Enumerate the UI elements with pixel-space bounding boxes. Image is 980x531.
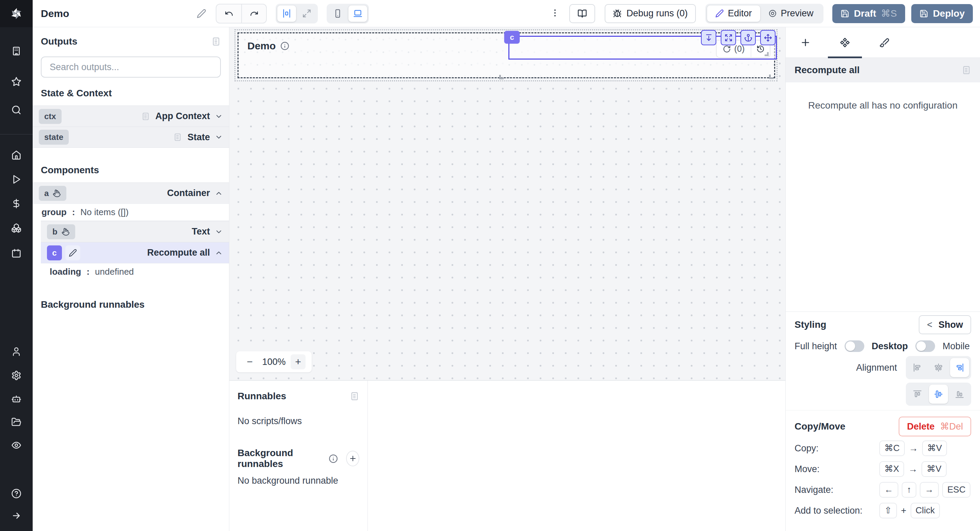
app-root: Demo Debug runs (0) [0,0,980,531]
sidebar-divider [0,134,33,134]
audit-eye-icon[interactable] [11,440,21,450]
state-output-row[interactable]: state State [33,127,229,148]
windmill-logo[interactable] [0,0,33,27]
add-background-runnable-button[interactable] [346,451,360,466]
background-runnables-title: Background runnables [41,299,145,310]
component-a-row[interactable]: a Container [33,182,229,204]
state-type-label: State [188,132,210,143]
move-icon[interactable] [760,30,775,45]
favorites-star-icon[interactable] [11,77,21,87]
delete-label: Delete [907,421,934,432]
editor-tab[interactable]: Editor [707,5,760,22]
component-b-badge: b [47,224,75,239]
schedules-calendar-icon[interactable] [11,248,21,258]
align-right-button[interactable] [950,358,969,377]
pencil-icon [715,9,724,18]
plus-icon [800,37,811,48]
zoom-out-button[interactable]: − [242,354,257,369]
component-settings-tab[interactable] [825,27,865,57]
component-c-tag[interactable]: c [504,31,520,43]
undo-button[interactable] [216,5,241,23]
mobile-view-button[interactable] [328,5,347,22]
workers-bot-icon[interactable] [11,394,21,404]
state-context-title: State & Context [41,88,111,98]
align-center-v-button[interactable] [929,384,948,404]
search-icon[interactable] [11,105,21,115]
fullscreen-canvas-button[interactable] [298,5,316,22]
app-canvas[interactable]: Demo c (0) [229,27,785,380]
component-doc-icon[interactable] [962,65,971,75]
align-left-button[interactable] [908,358,927,377]
chevron-up-icon[interactable] [215,189,223,198]
kbd-up: ↑ [902,482,916,497]
resources-boxes-icon[interactable] [11,223,21,233]
variables-dollar-icon[interactable] [11,198,21,209]
outputs-title: Outputs [41,36,77,47]
kbd-left: ← [879,482,898,497]
info-icon[interactable] [329,454,338,463]
settings-gear-icon[interactable] [11,370,21,381]
kbd-cmd-x: ⌘X [879,461,904,477]
zoom-level: 100% [260,357,288,367]
component-c-row-selected[interactable]: c Recompute all [41,242,229,263]
info-icon[interactable] [280,41,289,50]
redo-button[interactable] [241,5,266,23]
chevron-down-icon[interactable] [215,228,223,236]
preview-tab[interactable]: Preview [760,5,822,22]
insert-component-tab[interactable] [786,27,825,57]
show-styling-button[interactable]: < Show [919,315,971,334]
debug-runs-label: Debug runs (0) [627,8,688,19]
debug-runs-button[interactable]: Debug runs (0) [605,4,696,23]
chevron-down-icon[interactable] [215,133,223,141]
runs-play-icon[interactable] [11,174,21,185]
move-shortcut-row: Move: ⌘X → ⌘V [795,460,971,478]
ctx-output-row[interactable]: ctx App Context [33,105,229,127]
refresh-icon [723,45,731,53]
dock-arrow-down-icon[interactable] [701,30,716,45]
folders-icon[interactable] [11,417,21,427]
delete-button[interactable]: Delete ⌘Del [899,417,971,436]
expand-icon[interactable] [721,30,736,45]
resize-handle[interactable] [769,75,773,79]
more-options-kebab-icon[interactable] [550,8,560,19]
save-icon [840,9,850,18]
draft-save-button[interactable]: Draft ⌘S [832,4,905,23]
deploy-button[interactable]: Deploy [911,4,973,23]
help-icon[interactable] [11,488,21,499]
anchor-icon[interactable] [740,30,756,45]
outputs-doc-icon[interactable] [211,37,221,46]
desktop-view-button[interactable] [348,5,367,22]
runnables-doc-icon[interactable] [350,391,360,401]
full-height-toggle[interactable] [845,340,864,352]
collapse-arrow-icon[interactable] [11,510,21,521]
edit-pencil-icon[interactable] [65,246,80,260]
home-icon[interactable] [11,150,21,160]
component-b-type: Text [192,226,210,237]
deploy-label: Deploy [933,8,965,19]
component-settings-panel: Recompute all Recompute all has no confi… [785,27,980,531]
workspace-icon[interactable] [11,46,21,56]
desktop-label: Desktop [872,341,908,352]
align-center-h-button[interactable] [929,358,948,377]
component-b-row[interactable]: b Text [41,221,229,242]
app-title: Demo [41,8,69,19]
align-top-button[interactable] [908,384,927,404]
styling-title: Styling [795,319,826,330]
desktop-toggle[interactable] [915,340,935,352]
resize-handle[interactable] [499,75,504,79]
global-styling-tab[interactable] [865,27,904,57]
copy-move-title: Copy/Move [795,421,845,432]
user-icon[interactable] [11,346,21,357]
align-bottom-button[interactable] [950,384,969,404]
docs-book-button[interactable] [569,4,595,23]
zoom-in-button[interactable]: + [291,354,305,369]
ctx-doc-icon [141,112,150,121]
edit-title-pencil-icon[interactable] [197,9,206,18]
chevron-up-icon[interactable] [215,249,223,257]
chevron-down-icon[interactable] [215,112,223,121]
center-canvas-button[interactable] [277,5,296,22]
search-outputs-input[interactable] [41,56,221,78]
state-doc-icon [173,133,182,142]
kbd-right: → [920,482,939,497]
resize-corner[interactable] [765,52,769,56]
